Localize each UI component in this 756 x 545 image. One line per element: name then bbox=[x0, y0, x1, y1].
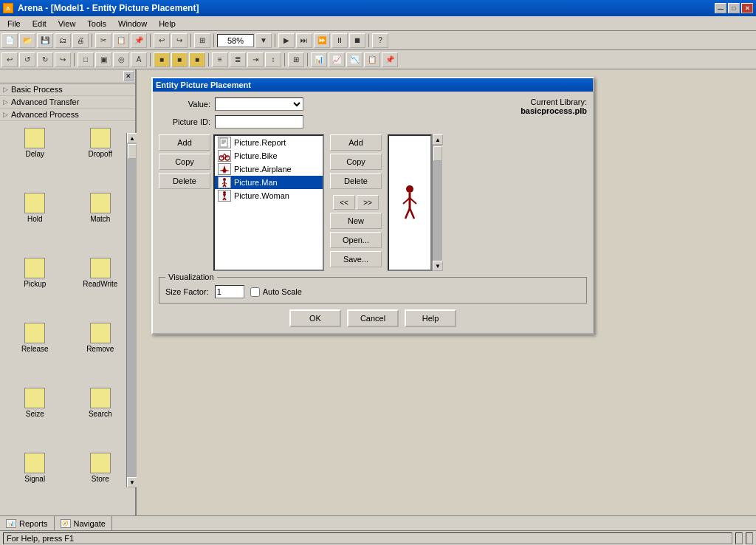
tb2-btn4[interactable]: ↪ bbox=[55, 52, 71, 67]
sidebar-scrollbar[interactable]: ▲ ▼ bbox=[126, 133, 137, 487]
tb2-spacing[interactable]: ↕ bbox=[265, 52, 281, 67]
menu-file[interactable]: File bbox=[1, 18, 27, 30]
category-basic-process[interactable]: ▷ Basic Process bbox=[0, 83, 135, 96]
module-pickup[interactable]: Pickup bbox=[3, 254, 67, 318]
undo-btn[interactable]: ↩ bbox=[154, 33, 170, 48]
tb2-grid[interactable]: ⊞ bbox=[288, 52, 304, 67]
left-copy-btn[interactable]: Copy bbox=[159, 154, 210, 170]
copy-tb-btn[interactable]: 📋 bbox=[113, 33, 129, 48]
preview-scroll-track[interactable] bbox=[433, 145, 442, 261]
redo-btn[interactable]: ↪ bbox=[171, 33, 188, 48]
preview-scrollbar[interactable]: ▲ ▼ bbox=[432, 134, 442, 271]
zoom-dropdown[interactable]: ▼ bbox=[255, 33, 272, 48]
cancel-button[interactable]: Cancel bbox=[347, 309, 399, 327]
tb2-chart5[interactable]: 📌 bbox=[382, 52, 398, 67]
next-btn[interactable]: >> bbox=[357, 195, 379, 210]
list-item-man[interactable]: Picture.Man bbox=[215, 176, 323, 189]
close-button[interactable]: ✕ bbox=[741, 3, 753, 13]
left-delete-btn[interactable]: Delete bbox=[159, 173, 210, 189]
module-dropoff[interactable]: Dropoff bbox=[69, 124, 133, 188]
tb2-chart1[interactable]: 📊 bbox=[311, 52, 327, 67]
right-delete-btn[interactable]: Delete bbox=[330, 173, 382, 189]
help-button[interactable]: Help bbox=[405, 309, 456, 327]
category-advanced-process[interactable]: ▷ Advanced Process bbox=[0, 109, 135, 121]
paste-btn[interactable]: 📌 bbox=[131, 33, 147, 48]
tb2-btn2[interactable]: ↺ bbox=[19, 52, 35, 67]
menu-window[interactable]: Window bbox=[112, 18, 153, 30]
fast-fwd-btn[interactable]: ⏩ bbox=[314, 33, 330, 48]
module-store[interactable]: Store bbox=[69, 449, 133, 513]
zoom-fit-btn[interactable]: ⊞ bbox=[194, 33, 210, 48]
module-match[interactable]: Match bbox=[69, 189, 133, 253]
minimize-button[interactable]: — bbox=[715, 3, 726, 13]
list-item-bike[interactable]: Picture.Bike bbox=[215, 149, 323, 162]
auto-scale-checkbox[interactable] bbox=[250, 287, 260, 297]
module-delay[interactable]: Delay bbox=[3, 124, 67, 188]
open-btn-dialog[interactable]: Open... bbox=[330, 232, 382, 248]
list-item-airplane[interactable]: Picture.Airplane bbox=[215, 162, 323, 176]
navigate-tab[interactable]: 🧭 Navigate bbox=[55, 516, 112, 530]
tb2-align[interactable]: ≡ bbox=[212, 52, 228, 67]
module-hold[interactable]: Hold bbox=[3, 189, 67, 253]
right-add-btn[interactable]: Add bbox=[330, 134, 382, 151]
module-remove[interactable]: Remove bbox=[69, 319, 133, 383]
scroll-up[interactable]: ▲ bbox=[127, 133, 137, 143]
dialog-title: Entity Picture Placement bbox=[156, 80, 251, 89]
run-btn[interactable]: ▶ bbox=[278, 33, 295, 48]
new-btn[interactable]: New bbox=[330, 213, 382, 229]
tb2-indent[interactable]: ⇥ bbox=[247, 52, 264, 67]
scroll-track[interactable] bbox=[127, 143, 137, 477]
tb2-color1[interactable]: ■ bbox=[154, 52, 170, 67]
help-tb-btn[interactable]: ? bbox=[372, 33, 388, 48]
reports-tab[interactable]: 📊 Reports bbox=[0, 516, 55, 530]
size-factor-input[interactable] bbox=[215, 285, 244, 298]
right-copy-btn[interactable]: Copy bbox=[330, 154, 382, 170]
tb2-color3[interactable]: ■ bbox=[189, 52, 205, 67]
menu-tools[interactable]: Tools bbox=[81, 18, 112, 30]
menu-help[interactable]: Help bbox=[153, 18, 182, 30]
module-seize[interactable]: Seize bbox=[3, 384, 67, 448]
tb2-btn6[interactable]: ▣ bbox=[95, 52, 111, 67]
zoom-level[interactable]: 58% bbox=[217, 34, 254, 47]
tb2-color2[interactable]: ■ bbox=[171, 52, 188, 67]
maximize-button[interactable]: □ bbox=[728, 3, 740, 13]
tb2-chart4[interactable]: 📋 bbox=[364, 52, 380, 67]
list-item-report[interactable]: Picture.Report bbox=[215, 136, 323, 149]
value-select[interactable] bbox=[215, 97, 303, 111]
new-btn[interactable]: 📄 bbox=[1, 33, 18, 48]
module-signal[interactable]: Signal bbox=[3, 449, 67, 513]
module-search[interactable]: Search bbox=[69, 384, 133, 448]
menu-edit[interactable]: Edit bbox=[27, 18, 52, 30]
tb2-btn5[interactable]: □ bbox=[78, 52, 94, 67]
left-list-box[interactable]: Picture.Report Picture.Bike bbox=[213, 134, 324, 271]
preview-scroll-down[interactable]: ▼ bbox=[433, 261, 443, 271]
save-btn[interactable]: 💾 bbox=[37, 33, 53, 48]
cut-btn[interactable]: ✂ bbox=[95, 33, 111, 48]
open-btn[interactable]: 📂 bbox=[19, 33, 35, 48]
step-btn[interactable]: ⏭ bbox=[296, 33, 312, 48]
picture-id-input[interactable] bbox=[215, 115, 303, 128]
tb2-justify[interactable]: ≣ bbox=[230, 52, 246, 67]
tb2-chart3[interactable]: 📉 bbox=[346, 52, 362, 67]
tb2-btn8[interactable]: A bbox=[131, 52, 147, 67]
panel-close-btn[interactable]: ✕ bbox=[123, 71, 134, 81]
tb2-btn3[interactable]: ↻ bbox=[37, 52, 53, 67]
menu-view[interactable]: View bbox=[52, 18, 82, 30]
left-add-btn[interactable]: Add bbox=[159, 134, 210, 151]
tb2-btn1[interactable]: ↩ bbox=[1, 52, 18, 67]
module-release[interactable]: Release bbox=[3, 319, 67, 383]
preview-scroll-up[interactable]: ▲ bbox=[433, 134, 443, 145]
ok-button[interactable]: OK bbox=[289, 309, 341, 327]
pause-btn[interactable]: ⏸ bbox=[331, 33, 348, 48]
save-all-btn[interactable]: 🗂 bbox=[55, 33, 71, 48]
save-btn-dialog[interactable]: Save... bbox=[330, 251, 382, 267]
module-readwrite[interactable]: ReadWrite bbox=[69, 254, 133, 318]
list-item-woman[interactable]: Picture.Woman bbox=[215, 189, 323, 202]
print-btn[interactable]: 🖨 bbox=[72, 33, 89, 48]
tb2-chart2[interactable]: 📈 bbox=[329, 52, 345, 67]
category-advanced-transfer[interactable]: ▷ Advanced Transfer bbox=[0, 96, 135, 109]
tb2-btn7[interactable]: ◎ bbox=[113, 52, 129, 67]
scroll-down[interactable]: ▼ bbox=[127, 477, 137, 487]
prev-btn[interactable]: << bbox=[333, 195, 355, 210]
stop-btn[interactable]: ⏹ bbox=[349, 33, 365, 48]
